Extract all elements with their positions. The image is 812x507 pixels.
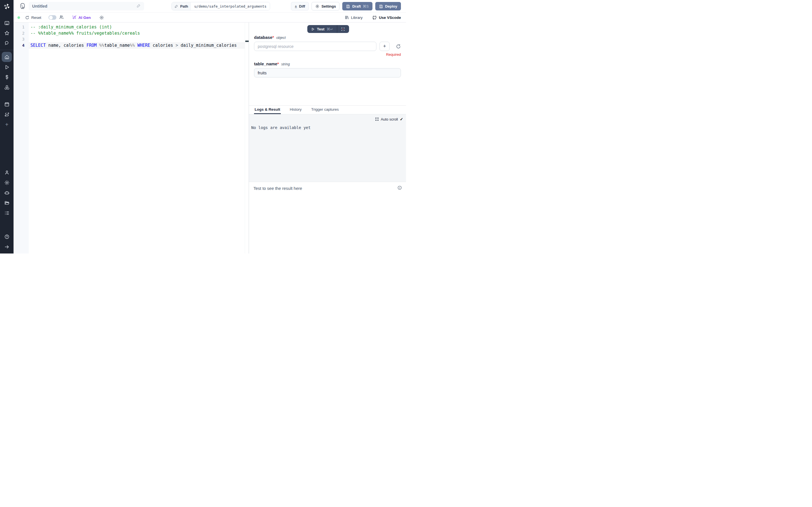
settings-button[interactable]: Settings (312, 2, 340, 10)
empty-logs-message: No logs are available yet (251, 125, 311, 130)
top-bar: Untitled Path u/demo/safe_interpolated_a… (13, 0, 406, 13)
postgresql-icon (19, 3, 26, 10)
sidebar-divider (0, 50, 13, 50)
app-window: + (0, 0, 406, 253)
plus-icon: + (383, 43, 386, 49)
favorites-icon[interactable] (2, 28, 12, 38)
gear-icon (99, 15, 104, 20)
arguments-form: Test ⌘↵ database* object (249, 22, 406, 105)
collapse-arrow-icon[interactable] (2, 242, 12, 252)
settings-icon[interactable] (2, 177, 12, 187)
line-number: 4 (13, 43, 29, 49)
sidebar-item-runs[interactable] (2, 62, 12, 72)
draft-button[interactable]: Draft ⌘S (342, 2, 372, 10)
field-label-table-name: table_name* (254, 61, 279, 66)
sidebar: + (0, 0, 13, 253)
refresh-icon (396, 44, 401, 49)
code-line[interactable]: SELECT name, calories FROM %%table_name%… (29, 43, 245, 49)
sidebar-item-variables[interactable] (2, 72, 12, 82)
code-line[interactable] (29, 36, 245, 43)
database-input[interactable] (254, 42, 376, 51)
pencil-icon[interactable] (137, 4, 141, 9)
field-type-table-name: string (281, 62, 290, 66)
script-title: Untitled (32, 4, 137, 8)
library-icon (345, 15, 349, 20)
result-placeholder: Test to see the result here (253, 186, 302, 191)
save-icon (346, 4, 350, 8)
diff-button[interactable]: ± Diff (291, 2, 309, 10)
diff-icon: ± (295, 4, 297, 9)
test-button[interactable]: Test ⌘↵ (307, 25, 337, 33)
sidebar-item-schedules[interactable] (2, 99, 12, 109)
sidebar-item-home[interactable] (2, 52, 12, 62)
magic-wand-icon (72, 15, 77, 20)
editor-toolbar: Reset AI Gen Library Use VScode (13, 13, 406, 22)
info-button[interactable] (397, 185, 402, 190)
table-name-input[interactable] (254, 68, 401, 77)
diff-mode-toggle[interactable] (49, 15, 56, 20)
field-label-database: database* (254, 35, 274, 40)
required-note: Required (386, 52, 401, 57)
add-icon[interactable]: + (2, 119, 12, 129)
workspace-icon[interactable] (2, 18, 12, 28)
check-icon: ✓ (400, 117, 403, 121)
result-tabs: Logs & Result History Trigger captures (249, 105, 406, 114)
search-icon[interactable] (2, 38, 12, 48)
line-number: 1 (13, 24, 29, 31)
tab-logs-result[interactable]: Logs & Result (254, 106, 281, 114)
run-panel: Test ⌘↵ database* object (249, 22, 406, 253)
deploy-button[interactable]: Deploy (375, 2, 401, 10)
windmill-logo[interactable] (0, 0, 13, 13)
test-button-group: Test ⌘↵ (307, 25, 349, 33)
sidebar-item-resources[interactable] (2, 82, 12, 93)
script-name-field[interactable]: Untitled (29, 2, 144, 10)
play-icon (311, 27, 315, 31)
library-button[interactable]: Library (345, 15, 363, 20)
help-icon[interactable] (2, 231, 12, 242)
draft-shortcut: ⌘S (363, 4, 369, 8)
refresh-icon (25, 15, 29, 20)
sidebar-item-flows[interactable] (2, 109, 12, 119)
line-number: 3 (13, 36, 29, 43)
log-panel: Auto scroll ✓ No logs are available yet (249, 114, 406, 182)
user-icon[interactable] (2, 167, 12, 177)
workers-icon[interactable] (2, 187, 12, 198)
field-type-database: object (276, 36, 286, 40)
editor-gutter: 1234 (13, 22, 29, 253)
path-label-segment: Path (172, 2, 191, 10)
status-dot (17, 16, 20, 19)
test-shortcut: ⌘↵ (327, 27, 333, 31)
code-line[interactable]: -- %%table_name%% fruits/vegetables/cere… (29, 31, 245, 37)
path-value: u/demo/safe_interpolated_arguments (191, 2, 270, 10)
capture-icon (341, 27, 345, 31)
capture-button[interactable] (337, 25, 349, 33)
add-resource-button[interactable]: + (379, 42, 390, 51)
expand-icon (375, 117, 379, 121)
tab-history[interactable]: History (289, 106, 302, 114)
code-editor[interactable]: 1234 -- :daily_minimum_calories (int)-- … (13, 22, 249, 253)
result-panel: Test to see the result here (249, 182, 406, 253)
script-settings-button[interactable] (99, 15, 104, 20)
ai-gen-button[interactable]: AI Gen (72, 15, 91, 20)
logs-icon[interactable] (2, 208, 12, 218)
line-number: 2 (13, 31, 29, 37)
folders-icon[interactable] (2, 198, 12, 208)
info-icon (397, 185, 402, 190)
github-icon (372, 15, 377, 20)
scroll-position-mark (245, 41, 249, 42)
gear-icon (315, 4, 319, 8)
users-icon (59, 15, 64, 20)
code-lines[interactable]: -- :daily_minimum_calories (int)-- %%tab… (29, 22, 245, 253)
editor-scrollbar[interactable] (245, 22, 249, 253)
path-field[interactable]: Path u/demo/safe_interpolated_arguments (171, 2, 270, 10)
refresh-resource-button[interactable] (396, 44, 401, 49)
reset-button[interactable]: Reset (25, 15, 41, 20)
tab-trigger-captures[interactable]: Trigger captures (311, 106, 340, 114)
save-icon (379, 4, 383, 8)
pencil-icon (174, 4, 178, 8)
auto-scroll-toggle[interactable]: Auto scroll ✓ (375, 117, 403, 121)
use-vscode-button[interactable]: Use VScode (372, 15, 401, 20)
code-line[interactable]: -- :daily_minimum_calories (int) (29, 24, 245, 31)
